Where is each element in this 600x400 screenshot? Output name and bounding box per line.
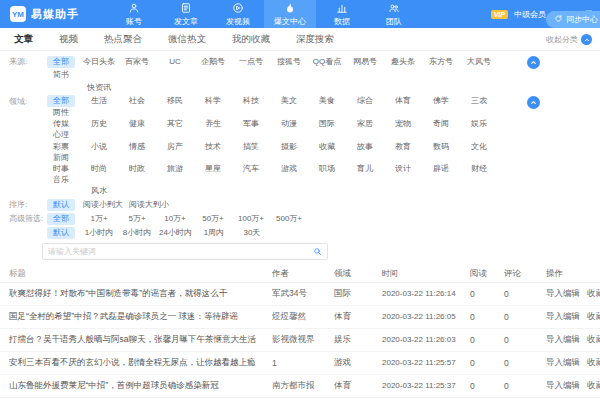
filter-option[interactable]: 收藏: [308, 141, 346, 152]
collapse-categories-button[interactable]: 收起分类: [546, 28, 592, 51]
filter-option[interactable]: 1小时内: [80, 226, 118, 239]
filter-option[interactable]: 5万+: [118, 212, 156, 225]
filter-option[interactable]: QQ看点: [308, 55, 346, 68]
filter-option[interactable]: 阅读大到小: [126, 198, 172, 211]
filter-option[interactable]: 科技: [232, 95, 270, 107]
filter-option[interactable]: 国际: [308, 118, 346, 129]
tab-hot-aggregate[interactable]: 热点聚合: [104, 33, 142, 46]
filter-option[interactable]: 心理: [42, 129, 80, 140]
filter-option[interactable]: 快资讯: [80, 81, 118, 94]
filter-option[interactable]: 养生: [194, 118, 232, 129]
filter-option[interactable]: 全部: [42, 55, 80, 68]
nav-item-team[interactable]: 团队: [368, 0, 420, 28]
filter-option[interactable]: 两性: [42, 107, 80, 118]
sync-center-button[interactable]: 同步中心: [546, 11, 600, 28]
filter-option[interactable]: 房产: [156, 141, 194, 152]
filter-option[interactable]: 三农: [460, 95, 498, 107]
filter-option[interactable]: UC: [156, 55, 194, 68]
filter-option[interactable]: 新闻: [42, 152, 80, 163]
import-edit-link[interactable]: 导入编辑: [546, 357, 580, 369]
filter-option[interactable]: 佛学: [422, 95, 460, 107]
filter-option[interactable]: 时尚: [80, 163, 118, 174]
search-input[interactable]: [48, 247, 313, 256]
filter-option[interactable]: 音乐: [42, 174, 80, 185]
filter-option[interactable]: 24小时内: [156, 226, 195, 239]
filter-option[interactable]: 默认: [42, 226, 80, 239]
filter-option[interactable]: 体育: [384, 95, 422, 107]
tab-deep-search[interactable]: 深度搜索: [296, 33, 334, 46]
filter-option[interactable]: 东方号: [422, 55, 460, 68]
tab-articles[interactable]: 文章: [14, 33, 33, 46]
filter-option[interactable]: 全部: [42, 212, 80, 225]
filter-option[interactable]: 默认: [42, 198, 80, 211]
import-edit-link[interactable]: 导入编辑: [546, 288, 580, 300]
filter-option[interactable]: 生活: [80, 95, 118, 107]
filter-option[interactable]: 辟谣: [422, 163, 460, 174]
favorite-link[interactable]: 收藏: [587, 357, 600, 369]
filter-option[interactable]: 大风号: [460, 55, 498, 68]
filter-option[interactable]: 30天: [233, 226, 271, 239]
filter-option[interactable]: 时事: [42, 163, 80, 174]
tab-videos[interactable]: 视频: [59, 33, 78, 46]
filter-option[interactable]: 1万+: [80, 212, 118, 225]
nav-item-account[interactable]: 账号: [108, 0, 160, 28]
filter-option[interactable]: 其它: [156, 118, 194, 129]
filter-option[interactable]: 宠物: [384, 118, 422, 129]
filter-option[interactable]: 财经: [460, 163, 498, 174]
filter-option[interactable]: 教育: [384, 141, 422, 152]
filter-option[interactable]: 职场: [308, 163, 346, 174]
filter-option[interactable]: 阅读小到大: [80, 198, 126, 211]
search-icon[interactable]: [313, 247, 322, 256]
filter-option[interactable]: 移民: [156, 95, 194, 107]
filter-option[interactable]: 搜狐号: [270, 55, 308, 68]
filter-option[interactable]: 小说: [80, 141, 118, 152]
favorite-link[interactable]: 收藏: [587, 380, 600, 392]
filter-option[interactable]: 500万+: [270, 212, 308, 225]
filter-option[interactable]: 情感: [118, 141, 156, 152]
filter-option[interactable]: 一点号: [232, 55, 270, 68]
filter-option[interactable]: 企鹅号: [194, 55, 232, 68]
filter-option[interactable]: 文化: [460, 141, 498, 152]
filter-option[interactable]: 彩票: [42, 141, 80, 152]
filter-option[interactable]: 故事: [346, 141, 384, 152]
filter-option[interactable]: 技术: [194, 141, 232, 152]
nav-item-data[interactable]: 数据: [316, 0, 368, 28]
filter-option[interactable]: 健康: [118, 118, 156, 129]
tab-my-favorites[interactable]: 我的收藏: [232, 33, 270, 46]
nav-item-hot-center[interactable]: 爆文中心: [264, 0, 316, 28]
filter-option[interactable]: 简书: [42, 68, 80, 81]
filter-option[interactable]: 50万+: [194, 212, 232, 225]
filter-option[interactable]: 今日头条: [80, 55, 118, 68]
filter-option[interactable]: 历史: [80, 118, 118, 129]
filter-option[interactable]: 综合: [346, 95, 384, 107]
filter-option[interactable]: 搞笑: [232, 141, 270, 152]
article-title[interactable]: 耿爽怼得好！对散布“中国制造带毒”的谣言者，就得这么干: [0, 288, 272, 300]
filter-option[interactable]: 旅游: [156, 163, 194, 174]
filter-option[interactable]: 网易号: [346, 55, 384, 68]
filter-option[interactable]: 汽车: [232, 163, 270, 174]
filter-option[interactable]: 科学: [194, 95, 232, 107]
filter-option[interactable]: 设计: [384, 163, 422, 174]
filter-option[interactable]: 奇闻: [422, 118, 460, 129]
import-edit-link[interactable]: 导入编辑: [546, 334, 580, 346]
favorite-link[interactable]: 收藏: [587, 311, 600, 323]
filter-option[interactable]: 数码: [422, 141, 460, 152]
filter-option[interactable]: 摄影: [270, 141, 308, 152]
filter-option[interactable]: 育儿: [346, 163, 384, 174]
collapse-row-button[interactable]: [527, 56, 540, 69]
tab-wechat-hot[interactable]: 微信热文: [168, 33, 206, 46]
favorite-link[interactable]: 收藏: [587, 288, 600, 300]
filter-option[interactable]: 趣头条: [384, 55, 422, 68]
filter-option[interactable]: 100万+: [232, 212, 270, 225]
filter-option[interactable]: 风水: [80, 185, 118, 196]
nav-item-publish-article[interactable]: 发文章: [160, 0, 212, 28]
article-title[interactable]: 打擂台？吴千语秀人般晒与阿sa聊天，张馨月曝下午茶惬意大生活: [0, 334, 272, 346]
nav-item-publish-video[interactable]: 发视频: [212, 0, 264, 28]
filter-option[interactable]: 美文: [270, 95, 308, 107]
filter-option[interactable]: 娱乐: [460, 118, 498, 129]
article-title[interactable]: 山东鲁能外援费莱尼“中招”，首例中超球员确诊感染新冠: [0, 380, 272, 392]
filter-option[interactable]: 10万+: [156, 212, 194, 225]
filter-option[interactable]: 军事: [232, 118, 270, 129]
import-edit-link[interactable]: 导入编辑: [546, 380, 580, 392]
filter-option[interactable]: 传媒: [42, 118, 80, 129]
